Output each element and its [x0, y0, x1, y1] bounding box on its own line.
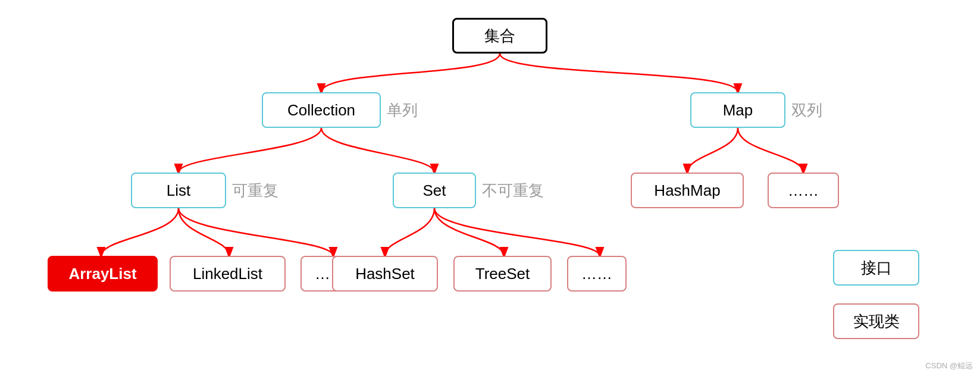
node-collection: Collection [262, 92, 381, 128]
node-root: 集合 [452, 18, 547, 54]
node-set-label: Set [422, 181, 446, 200]
node-ellipsis-set-label: …… [581, 265, 612, 283]
label-non-repeatable: 不可重复 [482, 180, 544, 201]
legend-interface-label: 接口 [861, 258, 892, 278]
node-set: Set [393, 173, 476, 208]
node-list: List [131, 173, 226, 208]
legend-impl-label: 实现类 [853, 311, 900, 332]
node-arraylist: ArrayList [48, 256, 158, 292]
node-root-label: 集合 [484, 26, 515, 46]
diagram: 集合 Collection 单列 Map 双列 List 可重复 Set 不可重… [0, 0, 980, 376]
node-treeset: TreeSet [453, 256, 552, 292]
node-linkedlist-label: LinkedList [193, 265, 262, 283]
node-ellipsis-set: …… [567, 256, 627, 292]
node-map-label: Map [723, 101, 753, 120]
node-ellipsis-map: …… [768, 173, 839, 208]
watermark: CSDN @鲲远 [925, 361, 973, 371]
node-hashset: HashSet [332, 256, 438, 292]
node-hashmap-label: HashMap [654, 181, 720, 200]
label-single: 单列 [387, 100, 418, 121]
node-map: Map [690, 92, 785, 128]
node-list-label: List [167, 181, 190, 200]
label-double: 双列 [791, 100, 822, 121]
node-hashset-label: HashSet [355, 265, 415, 283]
legend-impl: 实现类 [833, 303, 919, 339]
node-linkedlist: LinkedList [170, 256, 286, 292]
node-ellipsis-map-label: …… [788, 181, 819, 200]
node-treeset-label: TreeSet [475, 265, 530, 283]
node-collection-label: Collection [287, 101, 355, 120]
node-arraylist-label: ArrayList [68, 265, 136, 283]
node-hashmap: HashMap [631, 173, 744, 208]
label-repeatable: 可重复 [232, 180, 278, 201]
legend-interface: 接口 [833, 250, 919, 286]
